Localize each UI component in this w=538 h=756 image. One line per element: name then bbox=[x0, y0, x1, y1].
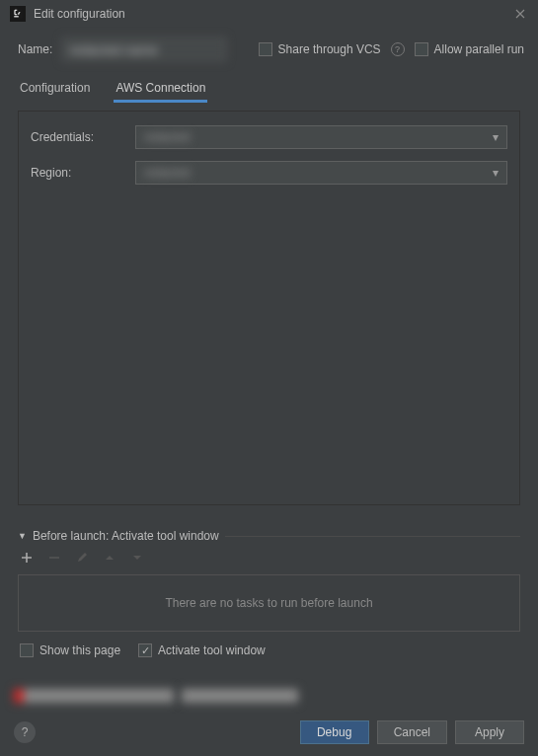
before-launch-toolbar bbox=[0, 543, 538, 572]
cancel-button[interactable]: Cancel bbox=[377, 720, 447, 744]
before-launch-header[interactable]: ▼ Before launch: Activate tool window bbox=[0, 529, 538, 543]
error-text bbox=[182, 689, 298, 703]
region-dropdown[interactable]: redacted ▾ bbox=[135, 161, 507, 185]
tab-aws-connection[interactable]: AWS Connection bbox=[114, 75, 207, 103]
before-launch-title: Before launch: Activate tool window bbox=[33, 529, 219, 543]
name-label: Name: bbox=[18, 42, 52, 56]
checkbox-icon bbox=[415, 42, 428, 56]
tab-bar: Configuration AWS Connection bbox=[0, 75, 538, 103]
aws-connection-panel: Credentials: redacted ▾ Region: redacted… bbox=[18, 111, 520, 505]
add-icon[interactable] bbox=[20, 551, 34, 565]
checkbox-checked-icon bbox=[138, 643, 152, 657]
app-icon bbox=[10, 6, 26, 22]
divider bbox=[225, 536, 520, 537]
chevron-down-icon: ▾ bbox=[493, 130, 499, 144]
before-launch-tasks: There are no tasks to run before launch bbox=[18, 574, 520, 632]
allow-parallel-checkbox[interactable]: Allow parallel run bbox=[415, 42, 524, 56]
edit-icon bbox=[75, 551, 89, 565]
activate-tool-checkbox[interactable]: Activate tool window bbox=[138, 643, 266, 657]
move-down-icon bbox=[130, 551, 144, 565]
region-value: redacted bbox=[144, 166, 191, 180]
debug-button[interactable]: Debug bbox=[300, 720, 369, 744]
activate-tool-label: Activate tool window bbox=[158, 643, 266, 657]
collapse-arrow-icon: ▼ bbox=[18, 531, 27, 541]
help-icon[interactable]: ? bbox=[391, 42, 405, 56]
move-up-icon bbox=[103, 551, 116, 565]
allow-parallel-label: Allow parallel run bbox=[434, 42, 524, 56]
apply-button[interactable]: Apply bbox=[455, 720, 524, 744]
name-input[interactable] bbox=[62, 38, 226, 61]
chevron-down-icon: ▾ bbox=[493, 166, 499, 180]
region-label: Region: bbox=[31, 166, 135, 180]
help-button[interactable]: ? bbox=[14, 721, 36, 743]
credentials-value: redacted bbox=[144, 130, 191, 144]
show-page-label: Show this page bbox=[39, 643, 120, 657]
credentials-label: Credentials: bbox=[31, 130, 135, 144]
share-vcs-checkbox[interactable]: Share through VCS bbox=[259, 42, 381, 56]
window-title: Edit configuration bbox=[34, 7, 504, 21]
tab-configuration[interactable]: Configuration bbox=[18, 75, 92, 103]
empty-tasks-text: There are no tasks to run before launch bbox=[165, 596, 372, 610]
error-bar bbox=[14, 689, 524, 703]
share-vcs-label: Share through VCS bbox=[278, 42, 381, 56]
checkbox-icon bbox=[259, 42, 272, 56]
checkbox-icon bbox=[20, 643, 34, 657]
remove-icon bbox=[47, 551, 61, 565]
close-button[interactable] bbox=[512, 6, 528, 22]
error-text bbox=[14, 689, 174, 703]
credentials-dropdown[interactable]: redacted ▾ bbox=[135, 125, 507, 149]
svg-rect-1 bbox=[14, 16, 19, 17]
show-page-checkbox[interactable]: Show this page bbox=[20, 643, 120, 657]
